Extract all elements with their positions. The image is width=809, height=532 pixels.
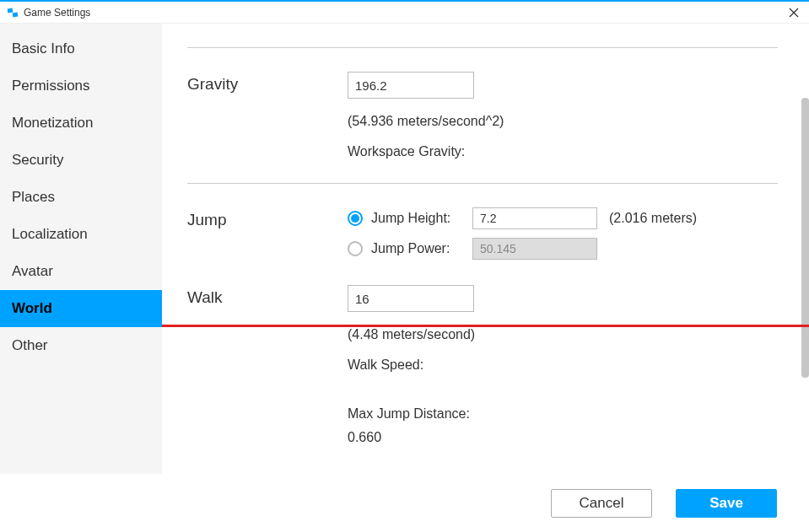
jump-height-label: Jump Height:: [371, 211, 472, 226]
walk-speed-label: Walk Speed:: [348, 357, 778, 373]
gravity-workspace-label: Workspace Gravity:: [348, 144, 778, 159]
svg-rect-0: [8, 8, 13, 13]
walk-input[interactable]: [348, 285, 474, 312]
sidebar-item-places[interactable]: Places: [0, 179, 162, 216]
gravity-label: Gravity: [187, 72, 348, 94]
section-divider: [187, 47, 778, 48]
cancel-button[interactable]: Cancel: [551, 489, 652, 518]
footer: Cancel Save: [0, 475, 809, 532]
close-icon[interactable]: [785, 4, 802, 21]
sidebar-item-avatar[interactable]: Avatar: [0, 253, 162, 290]
jump-power-radio[interactable]: [348, 241, 363, 256]
max-jump-distance-partial: 0.660: [348, 430, 778, 445]
sidebar-item-monetization[interactable]: Monetization: [0, 105, 162, 142]
jump-power-input: [472, 238, 597, 260]
sidebar-item-other[interactable]: Other: [0, 327, 162, 364]
section-divider: [187, 183, 778, 184]
walk-label: Walk: [187, 285, 348, 307]
walk-hint: (4.48 meters/second): [348, 327, 778, 342]
scrollbar[interactable]: [801, 98, 809, 378]
content-panel: Gravity (54.936 meters/second^2) Workspa…: [162, 24, 809, 474]
sidebar-item-basic-info[interactable]: Basic Info: [0, 30, 162, 67]
window-title: Game Settings: [24, 7, 785, 19]
titlebar: Game Settings: [0, 2, 809, 24]
sidebar: Basic Info Permissions Monetization Secu…: [0, 24, 162, 474]
svg-rect-1: [13, 12, 19, 17]
jump-height-input[interactable]: [472, 207, 597, 229]
sidebar-item-security[interactable]: Security: [0, 142, 162, 179]
jump-label: Jump: [187, 207, 348, 229]
max-jump-distance-label: Max Jump Distance:: [348, 406, 778, 422]
sidebar-item-world[interactable]: World: [0, 290, 162, 327]
save-button[interactable]: Save: [676, 489, 777, 518]
app-icon: [7, 7, 19, 19]
gravity-input[interactable]: [348, 72, 474, 99]
jump-height-aside: (2.016 meters): [609, 211, 697, 226]
highlight-underline: [162, 325, 809, 327]
jump-height-radio[interactable]: [348, 211, 363, 226]
jump-power-label: Jump Power:: [371, 241, 472, 256]
sidebar-item-permissions[interactable]: Permissions: [0, 67, 162, 105]
gravity-hint: (54.936 meters/second^2): [348, 114, 778, 129]
sidebar-item-localization[interactable]: Localization: [0, 216, 162, 253]
